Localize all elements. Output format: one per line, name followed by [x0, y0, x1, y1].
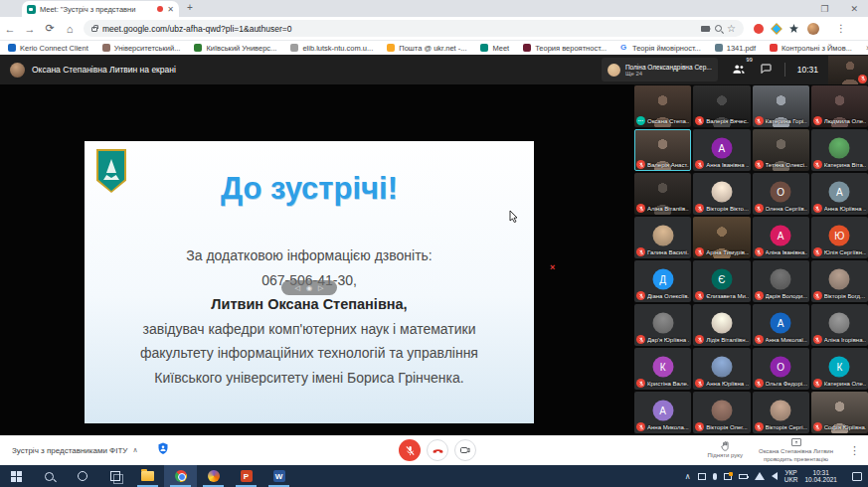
participant-tile[interactable]: Катерина Віта...	[811, 129, 868, 171]
cortana-button[interactable]	[66, 465, 98, 487]
mic-mute-button[interactable]	[399, 439, 421, 461]
meeting-name[interactable]: Зустріч з представниками ФІТУ	[12, 446, 127, 455]
camera-in-use-icon[interactable]	[701, 26, 710, 32]
participant-tile[interactable]: Аліна Віталіїв...	[634, 173, 691, 215]
participant-tile[interactable]: ДДіана Олексіїв...	[634, 260, 691, 302]
bookmark-item[interactable]: Meet	[480, 44, 509, 53]
participant-tile[interactable]: ООлена Сергіїв...	[753, 173, 809, 215]
wifi-icon[interactable]	[755, 472, 765, 480]
reload-button[interactable]: ⟳	[40, 22, 60, 35]
participant-tile[interactable]: Валерія Вячес...	[693, 85, 750, 127]
participant-tile[interactable]: ААнна Микола...	[634, 392, 691, 433]
bookmark-item[interactable]: elib.lutsk-ntu.com.u...	[290, 44, 373, 53]
file-explorer-button[interactable]	[131, 465, 164, 487]
participant-tile[interactable]: Аріна Тимурів...	[693, 217, 750, 258]
extension-red-icon[interactable]	[754, 24, 764, 34]
participant-tile[interactable]: Вікторія Сергі...	[753, 392, 809, 433]
participant-tile[interactable]: Софія Юріївна...	[811, 392, 868, 433]
participant-tile[interactable]: ААнна Юріївна ...	[811, 173, 868, 215]
back-button[interactable]: ←	[0, 23, 20, 35]
window-close-button[interactable]: ✕	[850, 4, 858, 14]
meeting-safety-shield-icon[interactable]	[157, 441, 169, 459]
participant-tile[interactable]: ААнна Миколаї...	[753, 304, 809, 346]
next-slide-icon[interactable]: ▷	[318, 284, 323, 292]
self-view-thumbnail[interactable]	[828, 56, 868, 84]
participant-tile[interactable]: Вікторія Вікто...	[693, 173, 750, 215]
chevron-up-icon[interactable]: ∧	[132, 446, 137, 454]
participant-tile[interactable]: Анна Юріївна ...	[693, 348, 750, 390]
pinned-participant-chip[interactable]: Поліна Олександрівна Сер... Ще 24	[602, 58, 718, 81]
pointer-icon[interactable]: ◉	[306, 284, 312, 292]
participant-tile[interactable]: ЄЄлизавета Ми...	[693, 260, 750, 302]
participant-tile[interactable]: Оксана Степа...	[634, 85, 691, 127]
participant-tile[interactable]: ККристіна Вале...	[634, 348, 691, 390]
slide-controls-overlay[interactable]: ◁ ◉ ▷	[281, 280, 337, 295]
page-zoom-icon[interactable]	[715, 25, 722, 32]
word-button[interactable]: W	[262, 465, 295, 487]
taskbar-clock[interactable]: 10:31 10.04.2021	[804, 469, 837, 483]
participant-tile[interactable]: Валерія Анаст...	[634, 129, 691, 171]
participant-tile[interactable]: Дар'я Юріївна ...	[634, 304, 691, 346]
participant-tile[interactable]: Людмила Оле...	[811, 85, 868, 127]
display-tray-icon[interactable]	[698, 473, 706, 480]
bookmark-item[interactable]: Пошта @ ukr.net -...	[387, 44, 466, 53]
mic-tray-icon[interactable]	[713, 473, 717, 480]
media-app-button[interactable]	[197, 465, 230, 487]
participant-tile[interactable]: Аліна Ігорівна...	[811, 304, 868, 346]
forward-button[interactable]: →	[20, 23, 40, 35]
lock-icon[interactable]	[91, 27, 97, 32]
participant-tile[interactable]: ООльга Федорі...	[753, 348, 809, 390]
participant-tile[interactable]: Вікторія Олег...	[693, 392, 750, 433]
hidden-icons-button[interactable]: ∧	[685, 472, 691, 481]
camera-toggle-button[interactable]	[454, 439, 476, 461]
participant-tile[interactable]: Тетяна Олексі...	[753, 129, 809, 171]
participant-tile[interactable]: ААліна Іванівна...	[753, 217, 809, 258]
bookmark-item[interactable]: Університетський...	[102, 44, 181, 53]
bookmark-item[interactable]: Теория вероятност...	[523, 44, 607, 53]
powerpoint-button[interactable]: P	[230, 465, 262, 487]
prev-slide-icon[interactable]: ◁	[295, 284, 300, 292]
address-bar[interactable]: meet.google.com/ubz-afha-qwd?pli=1&authu…	[84, 20, 744, 37]
taskbar-search-button[interactable]	[33, 465, 66, 487]
raise-hand-button[interactable]: Підняти руку	[708, 441, 743, 459]
window-restore-button[interactable]: ❐	[820, 4, 828, 14]
bookmark-star-icon[interactable]: ☆	[727, 23, 736, 34]
volume-icon[interactable]	[772, 472, 778, 480]
extension-pin-icon[interactable]	[789, 24, 798, 33]
participant-name: Вікторія Олег...	[706, 424, 748, 430]
bookmark-item[interactable]: GТеорія ймовірност...	[620, 44, 701, 53]
participant-tile[interactable]: Катерина Горі...	[753, 85, 809, 127]
task-view-button[interactable]	[98, 465, 131, 487]
participants-button[interactable]: 99	[732, 61, 746, 79]
screen-share-tray-icon[interactable]	[724, 473, 732, 480]
chat-button[interactable]	[760, 61, 773, 79]
end-call-button[interactable]	[427, 439, 448, 461]
bookmark-item[interactable]: Kerio Connect Client	[8, 44, 88, 53]
bookmark-item[interactable]: 1341.pdf	[715, 44, 756, 53]
battery-icon[interactable]	[739, 474, 748, 479]
chrome-taskbar-button[interactable]	[164, 465, 197, 487]
participant-tile[interactable]: Дарія Володи...	[753, 260, 809, 302]
more-options-icon[interactable]: ⋮	[849, 444, 860, 457]
tab-close-icon[interactable]: ✕	[167, 5, 174, 14]
start-button[interactable]	[0, 465, 33, 487]
new-tab-button[interactable]: +	[187, 2, 193, 13]
presentation-status[interactable]: Оксана Степанівна Литвин проводить презе…	[759, 438, 833, 463]
action-center-icon[interactable]	[852, 472, 862, 481]
meeting-info[interactable]: Зустріч з представниками ФІТУ ∧	[12, 435, 169, 465]
participant-tile[interactable]: ЮЮлія Сергіївн...	[811, 217, 868, 258]
participant-tile[interactable]: Лідія Віталіївн...	[693, 304, 750, 346]
participant-tile[interactable]: ККатерина Оле...	[811, 348, 868, 390]
language-indicator[interactable]: УКР UKR	[784, 469, 798, 483]
home-button[interactable]: ⌂	[60, 23, 80, 35]
browser-menu-icon[interactable]: ⋮	[836, 23, 846, 34]
participant-tile[interactable]: Галина Василі...	[634, 217, 691, 258]
browser-profile-avatar[interactable]	[807, 23, 819, 35]
bookmark-item[interactable]: Київський Универс...	[194, 44, 276, 53]
participant-tile[interactable]: Вікторія Богд...	[811, 260, 868, 302]
participant-tile[interactable]: ААнна Іванівна ...	[693, 129, 750, 171]
extension-diamond-icon[interactable]	[771, 23, 781, 34]
browser-tab[interactable]: Meet: "Зустріч з представни ✕	[22, 1, 179, 17]
bookmark-item[interactable]: Контрольні з Ймов...	[770, 44, 852, 53]
url-text[interactable]: meet.google.com/ubz-afha-qwd?pli=1&authu…	[102, 24, 696, 34]
